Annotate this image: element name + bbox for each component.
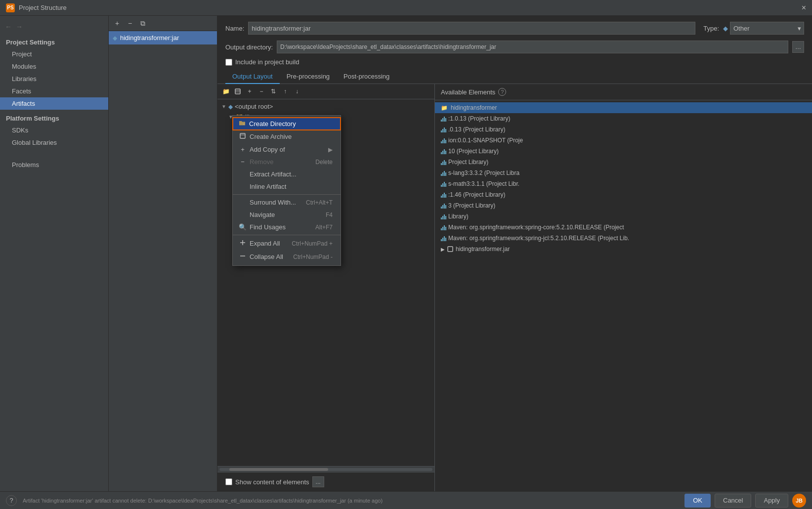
list-item[interactable]: :1.0.13 (Project Library) [435,113,812,124]
list-item[interactable]: Project Library) [435,157,812,168]
tree-content: + Create Directory [217,99,434,466]
list-item[interactable]: Maven: org.springframework:spring-core:5… [435,222,812,233]
main-container: ← → Project Settings Project Modules Lib… [0,16,812,491]
context-menu-find-usages[interactable]: 🔍 Find Usages Alt+F7 [233,221,341,233]
folder-plus-icon: + [238,120,246,128]
list-item[interactable]: Library) [435,211,812,222]
available-element-selected[interactable]: 📁 hidingtransformer [435,102,812,113]
context-menu-create-directory[interactable]: + Create Directory [232,117,341,130]
sidebar-nav: ← → [0,20,108,36]
context-menu-surround-with[interactable]: Surround With... Ctrl+Alt+T [233,196,341,209]
cancel-button[interactable]: Cancel [715,494,751,508]
context-menu-navigate[interactable]: Navigate F4 [233,209,341,221]
context-menu-collapse-all[interactable]: Collapse All Ctrl+NumPad - [233,250,341,263]
list-item[interactable]: Maven: org.springframework:spring-jcl:5.… [435,233,812,244]
output-dir-input[interactable] [277,41,788,53]
include-build-checkbox[interactable] [225,59,232,66]
bar-chart-icon [441,235,446,241]
list-item[interactable]: .0.13 (Project Library) [435,124,812,135]
name-label: Name: [225,25,244,32]
show-content-checkbox[interactable] [225,478,232,485]
show-content-label: Show content of elements [235,478,309,486]
help-button[interactable]: ? [6,495,17,506]
list-item[interactable]: ▶ hidingtransformer.jar [435,244,812,254]
list-item[interactable]: s-lang3:3.3.2 (Project Libra [435,168,812,178]
context-menu: + Create Directory [232,115,341,266]
bar-chart-icon [441,116,446,122]
bar-chart-icon [441,137,446,143]
tree-up-button[interactable]: ↑ [280,86,291,97]
other-icon: ◆ [723,25,728,32]
nav-back-button[interactable]: ← [4,22,13,32]
tree-archive-button[interactable] [232,86,243,97]
tree-toolbar: 📁 + − ⇅ ↑ ↓ [217,84,434,99]
platform-settings-header: Platform Settings [0,110,108,124]
sidebar-item-modules[interactable]: Modules [0,60,108,73]
list-item[interactable]: 3 (Project Library) [435,200,812,211]
ok-button[interactable]: OK [684,494,711,508]
context-menu-expand-all[interactable]: Expand All Ctrl+NumPad + [233,237,341,250]
bar-chart-icon [441,192,446,198]
context-menu-separator-2 [233,235,341,235]
name-input[interactable] [248,22,695,35]
available-elements-help-icon: ? [498,88,506,96]
bottom-left: ? [6,495,17,506]
bar-chart-icon [441,181,446,187]
show-content-dots-button[interactable]: ... [312,476,324,487]
list-item[interactable]: ion:0.0.1-SNAPSHOT (Proje [435,135,812,146]
sidebar-item-sdks[interactable]: SDKs [0,124,108,136]
add-copy-icon: + [239,146,247,153]
tab-output-layout[interactable]: Output Layout [225,70,280,84]
create-directory-label: Create Directory [249,120,296,127]
list-item[interactable]: s-math3:3.1.1 (Project Libr. [435,178,812,189]
tree-down-button[interactable]: ↓ [292,86,302,97]
sidebar-item-project[interactable]: Project [0,48,108,60]
nav-forward-button[interactable]: → [15,22,24,32]
browse-button[interactable]: … [792,41,804,53]
sidebar-item-global-libraries[interactable]: Global Libraries [0,136,108,149]
submenu-arrow-icon: ▶ [328,146,333,153]
context-menu-extract-artifact[interactable]: Extract Artifact... [233,168,341,180]
title-bar: PS Project Structure × [0,0,812,16]
sidebar-item-facets[interactable]: Facets [0,85,108,97]
context-menu-create-archive[interactable]: Create Archive [233,130,341,143]
remove-artifact-button[interactable]: − [125,18,135,29]
tree-folder-button[interactable]: 📁 [220,86,231,97]
tab-post-processing[interactable]: Post-processing [337,70,396,84]
tree-item-output-root[interactable]: ▼ ◆ <output root> [217,101,434,112]
available-elements-list: 📁 hidingtransformer :1.0.13 (Project Lib… [435,100,812,491]
sidebar-item-libraries[interactable]: Libraries [0,73,108,85]
archive-icon [239,132,247,141]
context-menu-inline-artifact[interactable]: Inline Artifact [233,180,341,193]
remove-icon: − [239,158,247,166]
tree-remove-button[interactable]: − [256,86,267,97]
list-item[interactable]: 10 (Project Library) [435,146,812,157]
sidebar-item-problems[interactable]: Problems [0,159,108,171]
bar-chart-icon [441,213,446,219]
expand-icon [239,239,247,248]
type-dropdown[interactable]: Other [730,22,804,35]
copy-artifact-button[interactable]: ⧉ [137,18,148,29]
sidebar-item-artifacts[interactable]: Artifacts [0,97,108,110]
output-dir-row: Output directory: … [217,39,812,57]
artifact-list-item[interactable]: ◆ hidingtransformer:jar [109,31,217,44]
context-menu-add-copy[interactable]: + Add Copy of ▶ [233,143,341,156]
include-build-label: Include in project build [235,58,299,66]
tab-pre-processing[interactable]: Pre-processing [280,70,337,84]
search-icon: 🔍 [239,223,247,231]
bottom-bar: ? Artifact 'hidingtransformer:jar' artif… [0,491,812,509]
name-row: Name: Type: ◆ Other ▾ [217,16,812,39]
horizontal-scrollbar[interactable] [217,466,434,472]
tree-sort-button[interactable]: ⇅ [268,86,279,97]
artifact-icon: ◆ [113,35,117,42]
bar-chart-icon [441,170,446,176]
apply-button[interactable]: Apply [755,494,788,508]
context-menu-remove[interactable]: − Remove Delete [233,156,341,168]
create-archive-label: Create Archive [250,133,292,140]
artifact-list-toolbar: + − ⧉ [109,16,217,31]
add-artifact-button[interactable]: + [112,18,123,29]
tree-add-button[interactable]: + [244,86,255,97]
close-button[interactable]: × [802,3,806,12]
artifact-list-panel: + − ⧉ ◆ hidingtransformer:jar [109,16,217,491]
list-item[interactable]: :1.46 (Project Library) [435,189,812,200]
